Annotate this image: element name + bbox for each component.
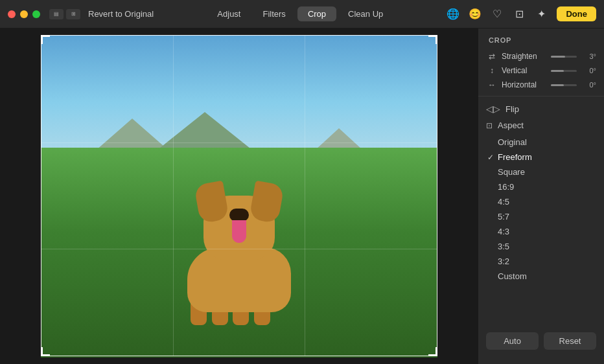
aspect-3-5[interactable]: 3:5 xyxy=(478,239,604,254)
aspect-square[interactable]: Square xyxy=(478,165,604,179)
flip-row[interactable]: ◁▷ Flip xyxy=(478,100,604,117)
aspect-icon: ⊡ xyxy=(486,121,493,130)
traffic-lights xyxy=(8,10,40,18)
dog-head xyxy=(203,196,275,260)
main-content: CROP ⇄ Straighten 3° ↕ Vertical 0° ↔ Hor… xyxy=(0,28,604,364)
vertical-icon: ↕ xyxy=(486,66,498,75)
straighten-row: ⇄ Straighten 3° xyxy=(478,49,604,63)
photo-container[interactable] xyxy=(41,35,437,358)
straighten-fill xyxy=(551,56,565,58)
dog-subject xyxy=(168,144,310,325)
gear-icon[interactable]: ✦ xyxy=(535,8,548,21)
vertical-track[interactable] xyxy=(551,70,577,72)
divider-1 xyxy=(478,96,604,97)
horizontal-fill xyxy=(551,84,564,86)
aspect-4-3[interactable]: 4:3 xyxy=(478,224,604,239)
aspect-freeform[interactable]: ✓ Freeform xyxy=(478,150,604,165)
vertical-label: Vertical xyxy=(502,66,547,75)
done-button[interactable]: Done xyxy=(557,6,596,21)
horizontal-row: ↔ Horizontal 0° xyxy=(478,78,604,92)
dog-ear-left xyxy=(194,181,229,224)
panel-footer: Auto Reset xyxy=(478,326,604,356)
revert-button[interactable]: Revert to Original xyxy=(88,9,154,19)
aspect-options-list: Original ✓ Freeform Square 16:9 4:5 5:7 … xyxy=(478,133,604,285)
straighten-label: Straighten xyxy=(502,52,547,61)
straighten-value: 3° xyxy=(581,52,596,60)
flip-icon: ◁▷ xyxy=(486,104,500,114)
dog-tongue xyxy=(232,220,246,243)
toolbar-icons: 🌐 😊 ♡ ⊡ ✦ Done xyxy=(447,6,596,21)
tab-adjust[interactable]: Adjust xyxy=(207,6,251,21)
aspect-5-7[interactable]: 5:7 xyxy=(478,209,604,224)
right-panel: CROP ⇄ Straighten 3° ↕ Vertical 0° ↔ Hor… xyxy=(478,28,604,364)
toolbar-nav: Adjust Filters Crop Clean Up xyxy=(207,6,393,21)
photo-area xyxy=(0,28,478,364)
maximize-button[interactable] xyxy=(32,10,40,18)
heart-icon[interactable]: ♡ xyxy=(491,8,504,21)
aspect-label: Aspect xyxy=(498,120,524,130)
auto-button[interactable]: Auto xyxy=(486,332,539,350)
aspect-custom[interactable]: Custom xyxy=(478,269,604,284)
horizontal-icon: ↔ xyxy=(486,80,498,89)
dog-ear-right xyxy=(249,181,285,224)
sidebar-toggle-button[interactable]: ▤ xyxy=(49,9,64,19)
minimize-button[interactable] xyxy=(20,10,28,18)
emoji-icon[interactable]: 😊 xyxy=(469,8,482,21)
vertical-row: ↕ Vertical 0° xyxy=(478,63,604,78)
reset-button[interactable]: Reset xyxy=(544,332,596,350)
aspect-16-9[interactable]: 16:9 xyxy=(478,179,604,194)
horizontal-track[interactable] xyxy=(551,84,577,86)
straighten-track[interactable] xyxy=(551,56,577,58)
close-button[interactable] xyxy=(8,10,16,18)
aspect-original[interactable]: Original xyxy=(478,135,604,150)
aspect-3-2[interactable]: 3:2 xyxy=(478,254,604,269)
checkmark-icon: ✓ xyxy=(487,153,494,162)
tab-crop[interactable]: Crop xyxy=(297,6,336,21)
horizontal-value: 0° xyxy=(581,81,596,89)
flip-label: Flip xyxy=(505,104,519,114)
horizontal-label: Horizontal xyxy=(502,80,547,89)
vertical-value: 0° xyxy=(581,67,596,74)
aspect-row[interactable]: ⊡ Aspect xyxy=(478,117,604,133)
aspect-4-5[interactable]: 4:5 xyxy=(478,194,604,209)
tab-filters[interactable]: Filters xyxy=(252,6,296,21)
vertical-fill xyxy=(551,70,564,72)
panel-title: CROP xyxy=(478,36,604,49)
view-toggle-button[interactable]: ⊞ xyxy=(66,9,80,19)
photo-image xyxy=(41,35,437,358)
dog-nose xyxy=(229,209,249,222)
tab-cleanup[interactable]: Clean Up xyxy=(338,6,393,21)
straighten-icon: ⇄ xyxy=(486,52,498,61)
globe-icon[interactable]: 🌐 xyxy=(447,8,459,21)
titlebar: ▤ ⊞ Revert to Original Adjust Filters Cr… xyxy=(0,0,604,28)
window-controls: ▤ ⊞ xyxy=(49,9,80,19)
crop-icon[interactable]: ⊡ xyxy=(513,8,526,21)
